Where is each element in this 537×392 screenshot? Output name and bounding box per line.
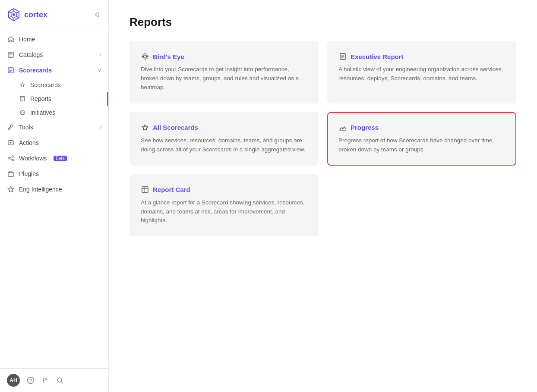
svg-point-11 <box>20 110 25 115</box>
card-all-scorecards[interactable]: All Scorecards See how services, resourc… <box>130 112 319 166</box>
sidebar-item-initiatives[interactable]: Initiatives <box>0 106 108 119</box>
sidebar-header: cortex <box>0 0 108 28</box>
card-report-card-title: Report Card <box>153 186 190 193</box>
card-birds-eye-title: Bird's Eye <box>153 53 184 60</box>
star-icon <box>19 82 26 88</box>
workflows-beta-badge: Beta <box>54 156 67 161</box>
reports-icon <box>19 95 26 102</box>
sidebar: cortex Home <box>0 0 109 392</box>
card-executive-report-description: A holistic view of your engineering orga… <box>338 65 505 83</box>
progress-icon <box>338 123 347 132</box>
sidebar-item-initiatives-label: Initiatives <box>30 109 55 116</box>
logo-text: cortex <box>24 10 47 19</box>
card-all-scorecards-description: See how services, resources, domains, te… <box>141 136 307 154</box>
main-content: Reports Bird's Eye Dive into your Scorec… <box>109 0 537 392</box>
scorecards-icon <box>7 66 15 74</box>
catalogs-icon <box>7 51 15 59</box>
sidebar-item-catalogs[interactable]: Catalogs › <box>0 47 108 63</box>
svg-point-14 <box>8 157 10 159</box>
card-executive-report[interactable]: Executive Report A holistic view of your… <box>327 41 516 103</box>
svg-point-21 <box>28 377 34 384</box>
sidebar-item-reports-label: Reports <box>30 95 51 102</box>
card-birds-eye-header: Bird's Eye <box>141 52 307 61</box>
plugins-icon <box>7 170 15 178</box>
sidebar-item-eng-intelligence[interactable]: Eng Intelligence <box>0 182 108 197</box>
cortex-logo-icon <box>7 8 21 22</box>
card-progress-header: Progress <box>338 123 505 132</box>
sidebar-item-plugins-label: Plugins <box>19 170 39 177</box>
initiatives-icon <box>19 109 26 116</box>
card-progress[interactable]: Progress Progress report of how Scorecar… <box>327 112 516 166</box>
chevron-down-icon: ∨ <box>98 67 101 73</box>
svg-rect-28 <box>142 187 148 193</box>
sidebar-item-workflows[interactable]: Workflows Beta <box>0 151 108 166</box>
sidebar-navigation: Home Catalogs › Scorecards <box>0 28 108 368</box>
tools-icon <box>7 123 15 131</box>
sidebar-item-tools[interactable]: Tools › <box>0 119 108 135</box>
card-report-card[interactable]: Report Card At a glance report for a Sco… <box>130 174 319 237</box>
svg-line-18 <box>9 159 12 160</box>
svg-point-25 <box>144 55 147 58</box>
svg-point-22 <box>30 382 31 382</box>
card-all-scorecards-header: All Scorecards <box>141 123 307 132</box>
workflows-icon <box>7 154 15 162</box>
chevron-right-icon: › <box>100 52 101 58</box>
svg-line-17 <box>9 157 12 158</box>
card-birds-eye[interactable]: Bird's Eye Dive into your Scorecards to … <box>130 41 319 103</box>
actions-icon <box>7 139 15 147</box>
home-icon <box>7 35 15 43</box>
sidebar-item-actions-label: Actions <box>19 139 39 146</box>
sidebar-footer: AH <box>0 368 108 392</box>
svg-line-24 <box>61 382 63 383</box>
eng-icon <box>7 185 15 193</box>
card-progress-description: Progress report of how Scorecards have c… <box>338 136 505 154</box>
reports-grid: Bird's Eye Dive into your Scorecards to … <box>130 41 516 236</box>
sidebar-item-reports[interactable]: Reports <box>0 92 108 106</box>
svg-point-12 <box>22 112 23 113</box>
card-progress-title: Progress <box>351 124 379 131</box>
card-all-scorecards-title: All Scorecards <box>153 124 198 131</box>
svg-point-15 <box>12 156 14 157</box>
search-icon[interactable] <box>56 376 64 384</box>
all-scorecards-icon <box>141 123 149 132</box>
svg-point-16 <box>12 159 14 161</box>
sidebar-item-eng-intelligence-label: Eng Intelligence <box>19 186 62 193</box>
sidebar-item-scorecards-label: Scorecards <box>19 67 52 74</box>
card-executive-report-header: Executive Report <box>338 52 505 61</box>
user-avatar[interactable]: AH <box>7 374 20 387</box>
sidebar-item-plugins[interactable]: Plugins <box>0 166 108 182</box>
sidebar-item-workflows-label: Workflows <box>19 155 47 162</box>
sidebar-item-scorecards-sub-label: Scorecards <box>30 82 61 88</box>
sidebar-item-actions[interactable]: Actions <box>0 135 108 151</box>
card-executive-report-title: Executive Report <box>351 53 404 60</box>
logo-area[interactable]: cortex <box>7 8 47 22</box>
flag-icon[interactable] <box>41 376 49 384</box>
chevron-right-icon-tools: › <box>100 124 101 130</box>
sidebar-item-home[interactable]: Home <box>0 31 108 47</box>
active-indicator <box>107 92 108 106</box>
svg-marker-20 <box>8 186 14 192</box>
card-report-card-description: At a glance report for a Scorecard showi… <box>141 198 307 226</box>
collapse-sidebar-button[interactable] <box>92 10 101 19</box>
sidebar-item-scorecards-sub[interactable]: Scorecards <box>0 78 108 92</box>
svg-point-0 <box>13 13 15 16</box>
sidebar-item-tools-label: Tools <box>19 124 33 131</box>
sidebar-item-scorecards[interactable]: Scorecards ∨ <box>0 63 108 78</box>
help-icon[interactable] <box>27 376 35 384</box>
sidebar-item-catalogs-label: Catalogs <box>19 51 43 58</box>
birds-eye-icon <box>141 52 149 61</box>
report-card-icon <box>141 185 149 194</box>
card-birds-eye-description: Dive into your Scorecards to get insight… <box>141 65 307 92</box>
scorecards-submenu: Scorecards Reports <box>0 78 108 119</box>
card-report-card-header: Report Card <box>141 185 307 194</box>
executive-icon <box>338 52 347 61</box>
sidebar-item-home-label: Home <box>19 36 35 43</box>
page-title: Reports <box>130 16 516 29</box>
